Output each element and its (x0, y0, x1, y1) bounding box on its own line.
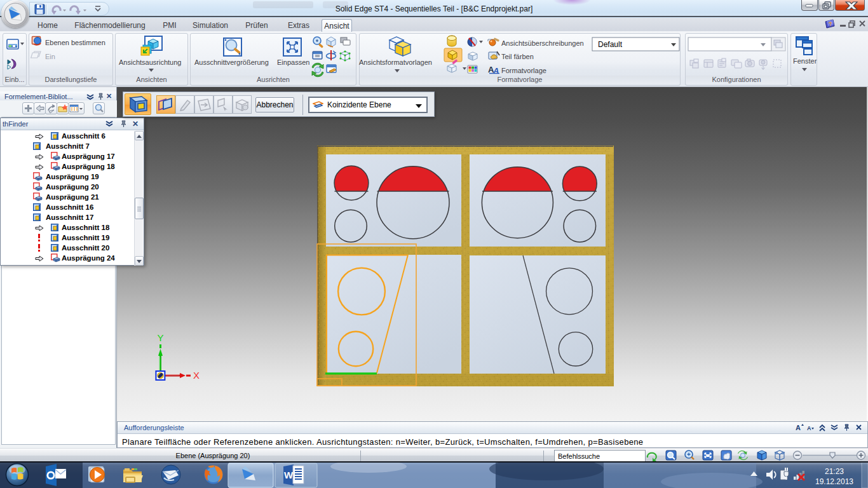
svg-text:19.12.2013: 19.12.2013 (815, 477, 853, 486)
svg-text:A: A (807, 425, 811, 431)
svg-text:X: X (193, 370, 200, 381)
svg-text:Y: Y (157, 332, 163, 343)
svg-text:A: A (492, 66, 499, 76)
svg-text:W: W (284, 470, 294, 480)
svg-text:A: A (796, 424, 801, 431)
svg-text:Default: Default (598, 40, 623, 49)
svg-text:21:23: 21:23 (825, 467, 844, 476)
